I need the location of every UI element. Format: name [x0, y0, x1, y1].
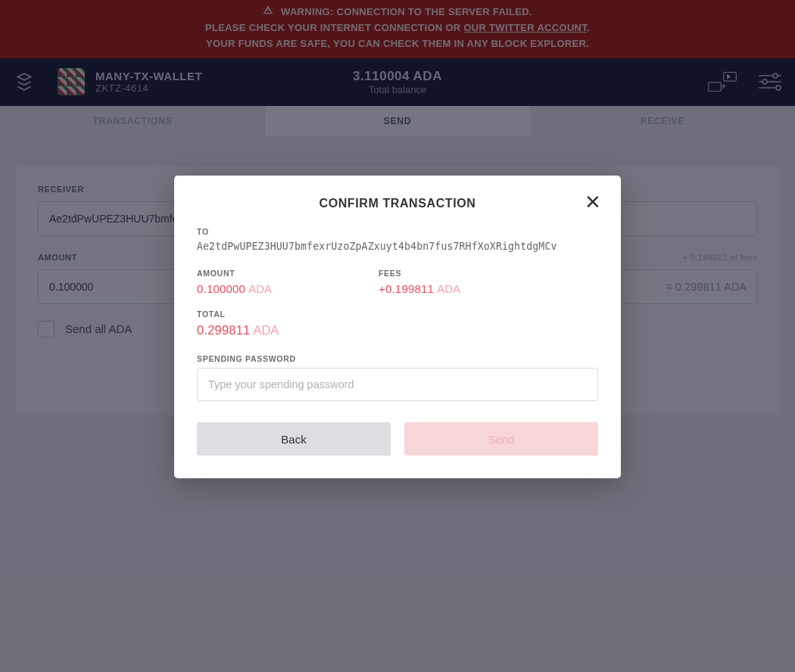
modal-total-value: 0.299811 — [197, 323, 250, 337]
modal-fees-unit: ADA — [437, 282, 460, 295]
modal-amount-unit: ADA — [248, 282, 272, 295]
modal-fees-value: +0.199811 — [379, 282, 434, 295]
confirm-transaction-modal: CONFIRM TRANSACTION ✕ TO Ae2tdPwUPEZ3HUU… — [174, 176, 621, 478]
to-label: TO — [197, 227, 598, 236]
to-address: Ae2tdPwUPEZ3HUU7bmfexrUzoZpAZxuyt4b4bn7f… — [197, 241, 598, 252]
modal-amount-value: 0.100000 — [197, 282, 245, 295]
close-icon[interactable]: ✕ — [585, 192, 601, 212]
modal-title: CONFIRM TRANSACTION — [197, 197, 598, 210]
modal-overlay: CONFIRM TRANSACTION ✕ TO Ae2tdPwUPEZ3HUU… — [0, 0, 795, 672]
modal-fees-label: FEES — [379, 269, 515, 278]
modal-amount-label: AMOUNT — [197, 269, 333, 278]
back-button[interactable]: Back — [197, 422, 391, 456]
modal-total-unit: ADA — [253, 323, 279, 337]
spending-password-input[interactable] — [197, 368, 598, 401]
send-button[interactable]: Send — [404, 422, 598, 456]
modal-total-label: TOTAL — [197, 310, 598, 319]
password-label: SPENDING PASSWORD — [197, 354, 598, 363]
